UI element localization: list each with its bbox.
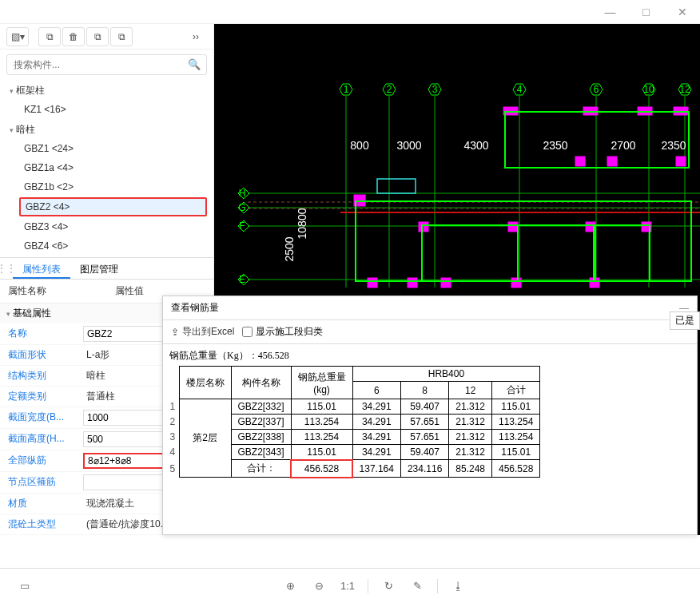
zoom-out-button[interactable]: ⊖ [310, 577, 328, 595]
svg-text:1: 1 [344, 84, 349, 95]
more-button[interactable]: ›› [185, 27, 207, 46]
cell-comp: GBZ2[343] [231, 445, 291, 460]
cell-8: 234.116 [400, 460, 448, 478]
zoom-fit-button[interactable]: 1:1 [339, 577, 356, 595]
minimize-button[interactable]: — [592, 0, 628, 24]
svg-rect-51 [508, 222, 518, 232]
maximize-button[interactable]: □ [628, 0, 664, 24]
svg-text:H: H [239, 188, 246, 199]
tree-item-selected[interactable]: GBZ2 <4> [19, 197, 207, 216]
tree-item[interactable]: GBZ1b <2> [6, 177, 213, 196]
dim-side: 10800 [296, 208, 308, 239]
col-sum: 合计 [492, 382, 540, 399]
svg-text:G: G [238, 202, 245, 213]
component-tree[interactable]: 框架柱 KZ1 <16> 暗柱 GBZ1 <24> GBZ1a <4> GBZ1… [0, 80, 213, 257]
svg-text:12: 12 [679, 84, 690, 95]
cell-8: 59.407 [400, 445, 448, 460]
export-label: 导出到Excel [182, 325, 234, 339]
status-tag: 已是 [670, 311, 700, 330]
show-section-checkbox[interactable]: 显示施工段归类 [242, 325, 323, 339]
cell-floor: 第2层 [179, 399, 231, 478]
prop-label: 混砼土类型 [0, 514, 80, 534]
cell-12: 21.312 [449, 399, 492, 415]
cell-sum: 113.254 [492, 415, 540, 430]
cell-12: 21.312 [449, 445, 492, 460]
duplicate-button[interactable]: ⧉ [86, 27, 109, 46]
svg-rect-47 [607, 157, 617, 166]
rebar-table: 楼层名称 构件名称 钢筋总重量 (kg) HRB400 6 8 12 合计 1 … [169, 366, 540, 478]
tree-item[interactable]: GBZ3 <4> [6, 217, 213, 236]
svg-text:3: 3 [432, 84, 438, 95]
cell-6: 137.164 [352, 460, 400, 478]
svg-text:4: 4 [517, 84, 523, 95]
download-button[interactable]: ⭳ [449, 577, 467, 595]
svg-text:6: 6 [594, 84, 599, 95]
cell-8: 57.651 [400, 430, 448, 445]
cell-sum: 113.254 [492, 430, 540, 445]
svg-text:2: 2 [387, 84, 392, 95]
drag-handle-icon[interactable]: ⋮⋮ [0, 258, 13, 279]
cell-8: 57.651 [400, 415, 448, 430]
report-title: 查看钢筋量 [171, 301, 219, 315]
col-12: 12 [449, 382, 492, 399]
tree-group-hidden-column[interactable]: 暗柱 [6, 121, 213, 139]
total-weight-line: 钢筋总重量（Kg）：456.528 [169, 347, 690, 366]
cell-8: 59.407 [400, 399, 448, 415]
svg-text:10: 10 [643, 84, 654, 95]
prop-label: 节点区箍筋 [0, 472, 80, 493]
copy-button[interactable]: ⧉ [38, 27, 61, 46]
col-comp: 构件名称 [231, 367, 291, 399]
refresh-button[interactable]: ↻ [380, 577, 397, 595]
status-bar: ▭ ⊕ ⊖ 1:1 ↻ ✎ ⭳ [0, 568, 700, 603]
search-input[interactable] [6, 54, 207, 75]
cell-total: 115.01 [291, 399, 352, 415]
component-toolbar: ▧▾ ⧉ 🗑 ⧉ ⧉ ›› [0, 24, 213, 50]
cell-total: 113.254 [291, 415, 352, 430]
col-6: 6 [352, 382, 400, 399]
prop-label: 定额类别 [0, 387, 80, 407]
svg-rect-55 [408, 278, 417, 288]
cell-sum: 115.01 [492, 445, 540, 460]
svg-text:800: 800 [350, 139, 369, 152]
svg-rect-62 [518, 225, 594, 281]
cell-total: 115.01 [291, 445, 352, 460]
edit-button[interactable]: ✎ [408, 577, 426, 595]
cell-6: 34.291 [352, 445, 400, 460]
cell-6: 34.291 [352, 399, 400, 415]
tab-properties[interactable]: 属性列表 [13, 258, 70, 279]
svg-text:3000: 3000 [396, 139, 421, 152]
svg-rect-46 [575, 157, 585, 166]
export-icon: ⇪ [171, 327, 179, 338]
svg-text:4300: 4300 [463, 139, 488, 152]
new-dropdown-button[interactable]: ▧▾ [6, 27, 29, 46]
col-8: 8 [400, 382, 448, 399]
prop-label: 截面高度(H... [0, 429, 80, 450]
tree-item[interactable]: GBZ1 <24> [6, 139, 213, 158]
tree-group-frame-column[interactable]: 框架柱 [6, 81, 213, 100]
svg-text:2350: 2350 [661, 139, 686, 152]
prop-label: 全部纵筋 [0, 450, 80, 471]
layout-icon[interactable]: ▭ [16, 577, 34, 595]
cell-12: 85.248 [449, 460, 492, 478]
col-total: 钢筋总重量 (kg) [291, 367, 352, 399]
tree-item[interactable]: GBZ1a <4> [6, 158, 213, 177]
cell-total: 113.254 [291, 430, 352, 445]
svg-text:2350: 2350 [543, 139, 567, 152]
export-excel-button[interactable]: ⇪ 导出到Excel [171, 325, 234, 339]
zoom-in-button[interactable]: ⊕ [281, 577, 299, 595]
search-box: 🔍 [6, 54, 207, 75]
tree-item[interactable]: KZ1 <16> [6, 100, 213, 119]
checkbox-input[interactable] [242, 327, 253, 337]
tab-layers[interactable]: 图层管理 [70, 258, 128, 279]
close-button[interactable]: ✕ [664, 0, 700, 24]
cell-comp: GBZ2[337] [231, 415, 291, 430]
svg-text:E: E [239, 274, 245, 285]
separator [368, 579, 368, 593]
col-prop-name: 属性名称 [0, 280, 107, 303]
svg-rect-50 [419, 222, 428, 232]
checkbox-label: 显示施工段归类 [256, 325, 323, 339]
tree-item[interactable]: GBZ4 <6> [6, 236, 213, 256]
svg-text:F: F [239, 220, 245, 232]
paste-button[interactable]: ⧉ [110, 27, 133, 46]
delete-button[interactable]: 🗑 [62, 27, 85, 46]
